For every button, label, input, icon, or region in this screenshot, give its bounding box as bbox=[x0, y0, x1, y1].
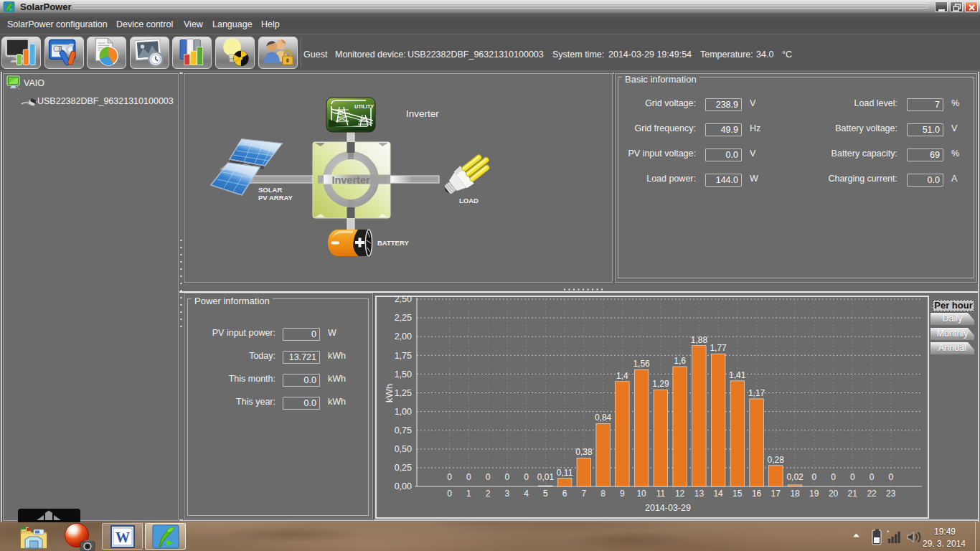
svg-text:22: 22 bbox=[867, 489, 877, 499]
svg-text:8: 8 bbox=[600, 489, 606, 499]
svg-text:0: 0 bbox=[447, 472, 452, 482]
svg-text:18: 18 bbox=[790, 489, 800, 499]
svg-text:1,6: 1,6 bbox=[674, 356, 686, 366]
svg-text:0,01: 0,01 bbox=[537, 472, 555, 482]
svg-text:21: 21 bbox=[848, 489, 858, 499]
svg-text:0,75: 0,75 bbox=[395, 425, 412, 435]
svg-text:0: 0 bbox=[524, 472, 529, 482]
svg-text:1,41: 1,41 bbox=[729, 370, 746, 380]
svg-text:0: 0 bbox=[850, 472, 855, 482]
svg-text:0,84: 0,84 bbox=[595, 413, 612, 423]
svg-text:0: 0 bbox=[486, 472, 491, 482]
svg-text:0,25: 0,25 bbox=[395, 463, 412, 473]
svg-text:BATTERY: BATTERY bbox=[377, 239, 409, 247]
svg-text:kWh: kWh bbox=[384, 384, 395, 402]
svg-text:1,56: 1,56 bbox=[633, 359, 650, 369]
svg-text:LOAD: LOAD bbox=[459, 197, 479, 204]
svg-text:1,88: 1,88 bbox=[691, 335, 708, 345]
svg-text:1,75: 1,75 bbox=[395, 351, 412, 361]
svg-text:1,77: 1,77 bbox=[710, 343, 727, 353]
svg-text:1: 1 bbox=[466, 489, 471, 499]
svg-text:SOLAR: SOLAR bbox=[258, 186, 282, 194]
svg-text:2014-03-29: 2014-03-29 bbox=[645, 503, 691, 513]
svg-text:1,50: 1,50 bbox=[395, 369, 412, 380]
svg-text:12: 12 bbox=[675, 489, 685, 499]
svg-text:1,17: 1,17 bbox=[748, 388, 765, 398]
svg-text:PV ARRAY: PV ARRAY bbox=[258, 194, 293, 202]
svg-text:17: 17 bbox=[771, 489, 781, 499]
svg-text:11: 11 bbox=[656, 489, 666, 499]
svg-text:23: 23 bbox=[886, 489, 896, 499]
svg-text:0,11: 0,11 bbox=[557, 468, 573, 478]
svg-text:10: 10 bbox=[636, 489, 646, 499]
svg-text:13: 13 bbox=[694, 489, 705, 499]
svg-text:2,50: 2,50 bbox=[395, 296, 412, 304]
svg-text:9: 9 bbox=[620, 489, 625, 499]
svg-text:3: 3 bbox=[505, 489, 510, 499]
svg-text:*: * bbox=[887, 529, 890, 536]
svg-text:7: 7 bbox=[582, 489, 587, 499]
svg-text:0: 0 bbox=[870, 472, 875, 482]
svg-text:14: 14 bbox=[713, 489, 723, 499]
svg-text:16: 16 bbox=[752, 489, 762, 499]
svg-text:0,02: 0,02 bbox=[786, 472, 804, 482]
svg-text:Inverter: Inverter bbox=[331, 174, 370, 186]
svg-text:0,28: 0,28 bbox=[768, 455, 785, 465]
svg-text:0: 0 bbox=[505, 472, 510, 482]
svg-text:1,4: 1,4 bbox=[616, 371, 628, 381]
svg-text:0: 0 bbox=[811, 472, 816, 482]
svg-text:1,00: 1,00 bbox=[395, 407, 412, 417]
svg-text:2,00: 2,00 bbox=[395, 331, 412, 342]
svg-text:1,25: 1,25 bbox=[395, 388, 412, 398]
svg-text:2,25: 2,25 bbox=[395, 313, 412, 323]
svg-text:15: 15 bbox=[732, 489, 743, 499]
svg-text:UTILITY: UTILITY bbox=[354, 103, 374, 110]
svg-text:0: 0 bbox=[466, 472, 471, 482]
svg-text:1,29: 1,29 bbox=[652, 379, 669, 389]
svg-text:4: 4 bbox=[524, 489, 529, 499]
svg-text:6: 6 bbox=[562, 489, 567, 499]
svg-text:0: 0 bbox=[888, 472, 893, 482]
svg-text:2: 2 bbox=[486, 489, 491, 499]
svg-text:19: 19 bbox=[809, 489, 819, 499]
svg-text:W: W bbox=[116, 529, 130, 545]
svg-text:0,50: 0,50 bbox=[395, 444, 412, 454]
svg-text:0,38: 0,38 bbox=[575, 447, 593, 457]
svg-text:0: 0 bbox=[831, 472, 836, 482]
svg-text:Inverter: Inverter bbox=[406, 108, 439, 119]
svg-text:0: 0 bbox=[447, 489, 452, 499]
svg-text:0,00: 0,00 bbox=[395, 481, 412, 491]
svg-text:5: 5 bbox=[543, 489, 548, 499]
svg-text:20: 20 bbox=[829, 489, 839, 499]
